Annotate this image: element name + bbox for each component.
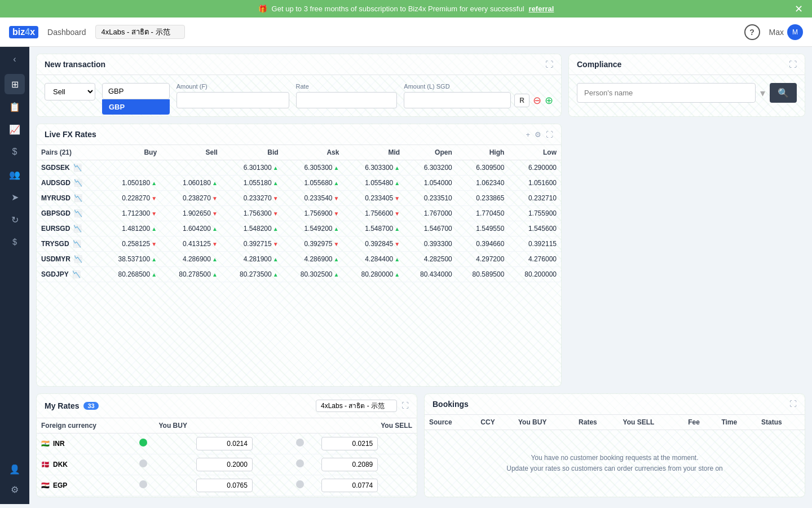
help-button[interactable]: ? — [744, 24, 760, 40]
sidebar-item-dollar[interactable]: $ — [5, 142, 25, 162]
sidebar-item-users[interactable]: 👥 — [5, 164, 25, 185]
nav-right: ? Max M — [744, 24, 803, 40]
sell-select[interactable]: Sell Buy — [45, 83, 95, 100]
dashboard-link[interactable]: Dashboard — [47, 28, 86, 37]
rates-header-row: My Rates 33 — [45, 401, 99, 410]
buy-rate-input[interactable] — [196, 458, 253, 471]
clear-button[interactable]: ⊖ — [533, 94, 541, 107]
bookings-header-row: Source CCY You BUY Rates You SELL Fee Ti… — [425, 415, 805, 430]
banner-link[interactable]: referral — [529, 5, 554, 13]
pair-name[interactable]: MYRUSD — [41, 194, 70, 202]
filter-icon[interactable]: ⚙ — [535, 130, 541, 139]
open-cell: 1.054000 — [404, 176, 457, 191]
user-menu[interactable]: Max M — [769, 24, 803, 40]
pair-name[interactable]: AUDSGD — [41, 179, 70, 187]
sidebar-item-chart[interactable]: 📈 — [5, 119, 25, 139]
banner-close-button[interactable]: ✕ — [795, 4, 803, 14]
buy-toggle[interactable] — [139, 459, 147, 467]
currency-flag: 🇪🇬 — [41, 481, 50, 489]
pair-name[interactable]: SGDSEK — [41, 164, 70, 172]
sell-rate-input[interactable] — [321, 437, 378, 450]
sell-toggle[interactable] — [296, 459, 304, 467]
sidebar-item-dollar2[interactable]: ＄ — [5, 232, 25, 252]
sidebar-item-grid[interactable]: ⊞ — [5, 74, 25, 94]
bookings-card: Bookings ⛶ Source CCY You BUY Rates You … — [424, 393, 805, 497]
sidebar-item-send[interactable]: ➤ — [5, 187, 25, 207]
chart-line-icon[interactable]: 📉 — [74, 209, 82, 217]
sidebar-item-team[interactable]: 👤 — [5, 459, 25, 479]
arrow-up-icon: ▲ — [273, 180, 279, 186]
high-cell: 1.770450 — [457, 206, 509, 221]
mid-cell: 1.756600▼ — [343, 206, 404, 221]
chart-line-icon[interactable]: 📉 — [74, 255, 82, 263]
chart-line-icon[interactable]: 📉 — [74, 194, 82, 202]
ask-cell: 1.756900▼ — [283, 206, 344, 221]
arrow-up-icon: ▲ — [273, 226, 279, 232]
fx-expand-icon[interactable]: ⛶ — [546, 130, 553, 139]
bottom-grid: My Rates 33 4xLabs - สาธิต - 示范 ⛶ — [36, 393, 805, 497]
buy-toggle[interactable] — [139, 439, 147, 446]
chart-line-icon[interactable]: 📉 — [74, 179, 82, 187]
person-name-input[interactable] — [577, 83, 756, 103]
currency-code: INR — [53, 440, 65, 448]
sell-field: Sell Buy — [45, 83, 95, 100]
fx-rates-table: Pairs (21) Buy Sell Bid Ask Mid Open Hig… — [37, 145, 561, 282]
buy-rate-input[interactable] — [196, 437, 253, 450]
add-row-icon[interactable]: + — [526, 130, 530, 139]
new-transaction-card: New transaction ⛶ Sell Buy GBP — [36, 54, 562, 117]
compliance-expand-icon[interactable]: ⛶ — [789, 60, 797, 69]
sell-toggle[interactable] — [296, 480, 304, 488]
amount-f-input[interactable] — [176, 92, 289, 108]
bookings-expand-icon[interactable]: ⛶ — [789, 400, 797, 408]
document-icon: 📋 — [9, 102, 20, 112]
pair-name[interactable]: EURSGD — [41, 225, 70, 233]
sell-rate-input[interactable] — [321, 479, 378, 492]
buy-cell: 0.258125▼ — [100, 237, 161, 252]
sidebar-item-refresh[interactable]: ↻ — [5, 209, 25, 230]
pair-name[interactable]: USDMYR — [41, 255, 70, 263]
currency-dropdown[interactable]: GBP — [102, 99, 170, 115]
sidebar-item-document[interactable]: 📋 — [5, 97, 25, 117]
pair-name[interactable]: GBPSGD — [41, 209, 70, 217]
chart-line-icon[interactable]: 📉 — [73, 240, 81, 248]
sidebar-toggle[interactable]: ‹ — [7, 51, 23, 67]
rate-field: Rate — [296, 83, 398, 108]
ask-cell: 0.392975▼ — [283, 237, 344, 252]
rates-expand-icon[interactable]: ⛶ — [401, 401, 409, 410]
sidebar-item-gear[interactable]: ⚙ — [5, 479, 25, 500]
rates-org-selector[interactable]: 4xLabs - สาธิต - 示范 — [316, 400, 397, 412]
sell-cell: 0.413125▼ — [161, 237, 222, 252]
transaction-expand-icon[interactable]: ⛶ — [545, 60, 553, 69]
pair-cell: MYRUSD 📉 — [37, 191, 100, 206]
add-button[interactable]: ⊕ — [545, 94, 553, 107]
arrow-down-icon: ▼ — [212, 211, 218, 217]
open-cell: 0.393300 — [404, 237, 457, 252]
high-cell: 0.394660 — [457, 237, 509, 252]
chart-line-icon[interactable]: 📉 — [73, 164, 82, 172]
rates-buy-input-cell — [192, 454, 292, 475]
pair-name[interactable]: TRYSGD — [41, 240, 69, 248]
buy-toggle[interactable] — [139, 480, 147, 488]
search-button[interactable]: 🔍 — [770, 83, 797, 103]
chart-line-icon[interactable]: 📉 — [73, 225, 82, 233]
org-selector[interactable]: 4xLabs - สาธิต - 示范 — [95, 25, 185, 39]
chart-line-icon[interactable]: 📉 — [72, 270, 81, 278]
arrow-up-icon: ▲ — [394, 180, 400, 186]
r-badge[interactable]: R — [514, 94, 529, 107]
amount-f-label: Amount (F) — [176, 83, 289, 90]
sell-toggle[interactable] — [296, 439, 304, 446]
sell-rate-input[interactable] — [321, 458, 378, 471]
bookings-col-fee: Fee — [683, 415, 717, 430]
rate-input[interactable] — [296, 92, 398, 108]
amount-l-input[interactable]: 0 — [404, 92, 511, 108]
col-mid: Mid — [343, 145, 404, 160]
dollar-icon: $ — [12, 147, 17, 157]
mid-cell: 80.280000▲ — [343, 267, 404, 282]
pair-name[interactable]: SGDJPY — [41, 270, 69, 278]
dropdown-arrow-icon[interactable]: ▾ — [760, 83, 765, 103]
mid-cell: 1.055480▲ — [343, 176, 404, 191]
currency-input[interactable] — [102, 83, 170, 99]
open-cell: 6.303200 — [404, 160, 457, 176]
buy-cell: 80.268500▲ — [100, 267, 161, 282]
buy-rate-input[interactable] — [196, 479, 253, 492]
